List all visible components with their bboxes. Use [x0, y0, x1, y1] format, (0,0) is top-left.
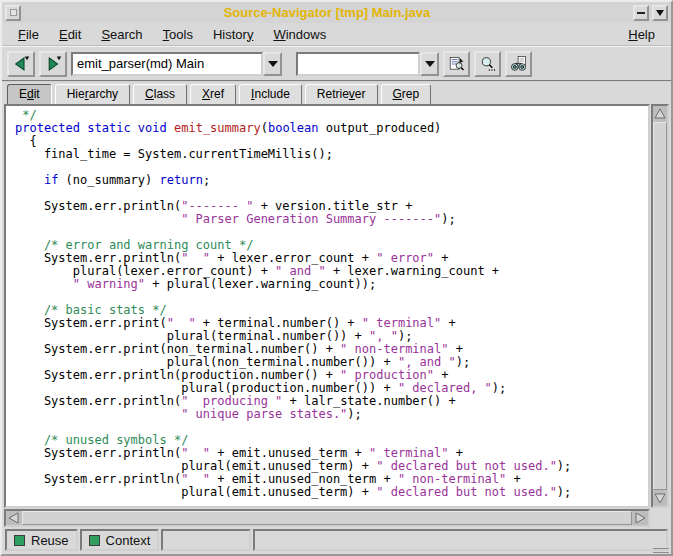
- search-combobox-input[interactable]: [296, 52, 420, 76]
- scroll-up-icon: [654, 108, 666, 119]
- window-menu-icon: [10, 9, 17, 16]
- hscroll-row: [2, 509, 671, 527]
- app-window: Source-Navigator [tmp] Main.java File Ed…: [0, 0, 673, 556]
- tab-include[interactable]: Include: [239, 84, 302, 104]
- tab-class[interactable]: Class: [133, 84, 187, 104]
- search-button[interactable]: [474, 51, 501, 77]
- scroll-left-icon: [8, 512, 19, 524]
- menu-edit[interactable]: Edit: [49, 25, 91, 44]
- menu-file[interactable]: File: [8, 25, 49, 44]
- scroll-up-button[interactable]: [653, 106, 667, 121]
- retriever-binoculars-icon: [510, 53, 527, 75]
- vertical-scrollbar[interactable]: [651, 104, 669, 508]
- reuse-label: Reuse: [31, 533, 69, 548]
- titlebar[interactable]: Source-Navigator [tmp] Main.java: [2, 2, 671, 23]
- back-button[interactable]: [7, 51, 35, 77]
- code-line: final_time = System.currentTimeMillis();: [15, 148, 648, 161]
- edit-document-icon: [448, 53, 465, 75]
- code-line: protected static void emit_summary(boole…: [15, 122, 648, 135]
- forward-button[interactable]: [39, 51, 67, 77]
- back-arrow-icon: [12, 53, 30, 75]
- search-magnifier-icon: [479, 53, 496, 75]
- search-combobox-arrow[interactable]: [420, 52, 439, 76]
- menu-help[interactable]: Help: [618, 25, 665, 44]
- chevron-down-icon: [425, 61, 435, 67]
- editor-button[interactable]: [443, 51, 470, 77]
- window-menu-button[interactable]: [5, 5, 21, 21]
- menu-history[interactable]: History: [203, 25, 263, 44]
- scroll-down-icon: [654, 493, 666, 504]
- code-line: if (no_summary) return;: [15, 174, 648, 187]
- symbol-combobox: [71, 52, 282, 76]
- tab-retriever[interactable]: Retriever: [305, 84, 378, 104]
- tab-hierarchy[interactable]: Hierarchy: [55, 84, 130, 104]
- tab-xref[interactable]: Xref: [190, 84, 236, 104]
- code-line: plural(emit.unused_term) + " declared bu…: [15, 486, 648, 499]
- maximize-button[interactable]: [652, 5, 668, 21]
- code-text[interactable]: */protected static void emit_summary(boo…: [15, 109, 648, 499]
- minimize-icon: [637, 12, 645, 14]
- horizontal-scrollbar[interactable]: [4, 509, 650, 527]
- symbol-combobox-input[interactable]: [71, 52, 263, 76]
- scroll-right-icon: [635, 512, 646, 524]
- statusbar: Reuse Context: [2, 527, 671, 554]
- tab-edit[interactable]: Edit: [7, 84, 52, 104]
- menubar: File Edit Search Tools History Windows H…: [2, 23, 671, 46]
- status-panel-small: [161, 529, 251, 551]
- context-checkbox[interactable]: [89, 535, 100, 546]
- menu-search[interactable]: Search: [91, 25, 152, 44]
- resize-grip[interactable]: [653, 548, 669, 553]
- horizontal-scrollbar-thumb[interactable]: [22, 511, 632, 525]
- reuse-toggle[interactable]: Reuse: [5, 529, 78, 551]
- code-line: " warning" + plural(lexer.warning_count)…: [15, 278, 648, 291]
- scrollbar-corner: [650, 509, 669, 527]
- tabbar: Edit Hierarchy Class Xref Include Retrie…: [2, 82, 671, 104]
- menu-windows[interactable]: Windows: [263, 25, 336, 44]
- scroll-right-button[interactable]: [633, 511, 648, 525]
- scroll-left-button[interactable]: [6, 511, 21, 525]
- status-panel-wide: [253, 529, 668, 551]
- window-shade-icon: [656, 10, 664, 16]
- code-editor[interactable]: */protected static void emit_summary(boo…: [4, 104, 650, 508]
- scroll-down-button[interactable]: [653, 491, 667, 506]
- chevron-down-icon: [268, 61, 278, 67]
- symbol-combobox-arrow[interactable]: [263, 52, 282, 76]
- editor-row: */protected static void emit_summary(boo…: [2, 104, 671, 508]
- toolbar: [2, 46, 671, 82]
- tab-grep[interactable]: Grep: [381, 84, 432, 104]
- code-line: " unique parse states.");: [15, 408, 648, 421]
- window-title: Source-Navigator [tmp] Main.java: [24, 5, 630, 20]
- minimize-button[interactable]: [633, 5, 649, 21]
- code-line: " Parser Generation Summary -------");: [15, 213, 648, 226]
- retriever-button[interactable]: [505, 51, 532, 77]
- search-combobox: [296, 52, 439, 76]
- forward-arrow-icon: [44, 53, 62, 75]
- reuse-checkbox[interactable]: [14, 535, 25, 546]
- menu-tools[interactable]: Tools: [153, 25, 203, 44]
- context-toggle[interactable]: Context: [80, 529, 160, 551]
- vertical-scrollbar-thumb[interactable]: [653, 122, 667, 490]
- context-label: Context: [106, 533, 151, 548]
